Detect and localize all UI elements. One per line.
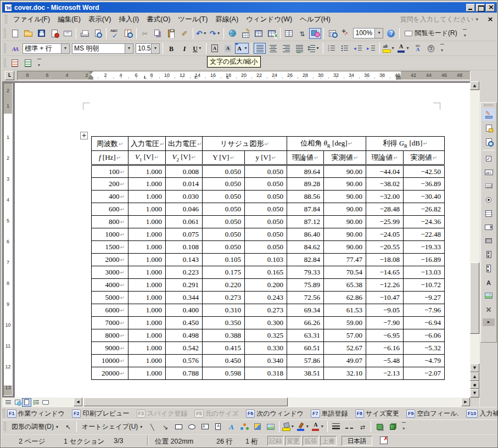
font-size-combo-dropdown-icon[interactable]: ▾ [151,44,159,53]
table-cell[interactable]: 66.26 [287,317,324,329]
char-shading-icon[interactable] [222,43,234,54]
table-cell[interactable]: 0.350 [203,317,245,329]
label-icon[interactable] [482,276,495,288]
table-cell[interactable]: −2.13 [366,367,404,380]
table-cell[interactable]: 84.62 [287,241,324,254]
align-center-icon[interactable] [267,43,279,54]
picture-icon[interactable] [265,421,277,432]
header-cell[interactable]: リサジュ図形↵ [203,137,287,151]
optionbutton-icon[interactable] [482,193,495,206]
properties-icon[interactable] [482,122,495,135]
table-cell[interactable]: 60.51 [287,342,324,355]
table-cell[interactable]: 0.273 [245,304,287,317]
table-cell[interactable]: 1.000 [128,367,166,380]
minimize-button[interactable] [466,4,475,12]
image-icon[interactable] [482,289,495,302]
table-cell[interactable]: −19.33 [404,241,445,254]
document-map-icon[interactable] [326,28,338,39]
format-painter-icon[interactable] [178,28,191,39]
tab-stop-marker[interactable]: L [144,75,147,80]
table-cell[interactable]: 0.061 [166,216,203,228]
oval-icon[interactable] [186,421,198,432]
table-cell[interactable]: −32.00 [366,191,404,203]
draw-font-color-icon[interactable]: ▾ [311,421,325,432]
table-cell[interactable]: 89.28 [287,178,324,191]
table-cell[interactable]: 0.788 [166,367,203,380]
table-cell[interactable]: 57.86 [287,355,324,367]
design-mode-icon[interactable] [482,108,495,121]
commandbutton-icon[interactable] [482,180,495,192]
table-cell[interactable]: 72.56 [287,292,324,304]
line-icon[interactable] [146,421,158,432]
combobox-icon[interactable] [482,221,495,233]
table-move-handle[interactable]: + [80,132,88,139]
scroll-up-icon[interactable]: ▲ [470,81,479,90]
table-cell[interactable]: 0.325 [245,329,287,342]
align-justify-icon[interactable] [254,43,266,54]
toolbar-options-icon[interactable] [439,42,445,54]
header-cell[interactable]: V2 [V]↵ [166,151,203,165]
wordart-icon[interactable] [225,421,237,432]
table-cell[interactable]: 1000↵ [92,228,128,241]
table-cell[interactable]: −14.65 [366,266,404,279]
header-cell[interactable]: 出力電圧↵ [166,137,203,151]
header-cell[interactable]: 実測値↵ [404,151,445,165]
table-cell[interactable]: 0.223 [166,266,203,279]
table-cell[interactable]: 0.050 [203,216,245,228]
tables-borders-icon[interactable] [239,28,251,39]
toolbox-collapse-icon[interactable]: ▸ [483,318,495,326]
table-cell[interactable]: 0.243 [245,292,287,304]
table-cell[interactable]: 1.000 [128,342,166,355]
horizontal-scrollbar[interactable]: ◀ ▶ [2,397,470,407]
header-cell[interactable]: 実測値↵ [324,151,366,165]
table-cell[interactable]: −6.95 [366,329,404,342]
print-icon[interactable] [79,28,91,39]
scroll-left-icon[interactable]: ◀ [74,397,82,406]
table-cell[interactable]: 90.00 [324,241,366,254]
table-cell[interactable]: 0.105 [203,254,245,266]
table-cell[interactable]: 86.40 [287,228,324,241]
table-cell[interactable]: 69.34 [287,304,324,317]
question-dropdown-icon[interactable]: ▾ [475,16,478,23]
dropdown-icon[interactable]: ▾ [216,29,221,38]
left-indent-marker[interactable] [88,77,93,80]
document-page[interactable]: + 周波数↵入力電圧↵出力電圧↵リサジュ図形↵位相角 θR [deg]↵利得 G… [15,83,470,397]
mail-icon[interactable] [61,28,74,39]
table-cell[interactable]: −9.05 [366,304,404,317]
dropdown-icon[interactable]: ▾ [320,422,324,432]
print-preview-icon[interactable] [92,28,104,39]
table-cell[interactable]: 1.000 [128,228,166,241]
table-cell[interactable]: −7.96 [404,304,445,317]
table-cell[interactable]: 90.00 [324,165,366,178]
table-cell[interactable]: 0.008 [166,165,203,178]
tab-stop-marker[interactable]: L [226,75,229,80]
table-cell[interactable]: −9.27 [404,292,445,304]
header-cell[interactable]: 位相角 θR [deg]↵ [287,137,366,151]
insert-table-icon[interactable] [253,28,265,39]
table-cell[interactable]: 87.84 [287,203,324,216]
toolbar-gripper[interactable] [4,28,6,38]
table-cell[interactable]: 0.300 [245,317,287,329]
char-border-icon[interactable] [209,43,221,54]
table-cell[interactable]: 600↵ [92,203,128,216]
table-cell[interactable]: 0.576 [166,355,203,367]
language-indicator[interactable]: 日本語 [342,436,372,446]
arrow-icon[interactable] [159,421,171,432]
spelling-icon[interactable] [109,28,121,39]
highlight-icon[interactable]: ▾ [382,43,396,54]
table-cell[interactable]: 1.000 [128,279,166,292]
menu-item-1[interactable]: 編集(E) [54,14,85,25]
dropdown-icon[interactable]: ▾ [315,43,320,53]
table-cell[interactable]: 0.200 [245,279,287,292]
table-cell[interactable]: 0.143 [166,254,203,266]
table-cell[interactable]: 1.000 [128,317,166,329]
previous-page-icon[interactable]: ▲▲ [470,372,479,381]
tab-selector[interactable]: L [5,71,14,80]
undo-icon[interactable]: ▾ [195,28,208,39]
table-cell[interactable]: 10000↵ [92,355,128,367]
fn-item-F2[interactable]: F2印刷プレビュー [72,409,130,418]
table-cell[interactable]: −24.05 [366,228,404,241]
table-cell[interactable]: 79.33 [287,266,324,279]
checkbox-icon[interactable] [482,152,495,165]
table-cell[interactable]: −26.82 [404,203,445,216]
